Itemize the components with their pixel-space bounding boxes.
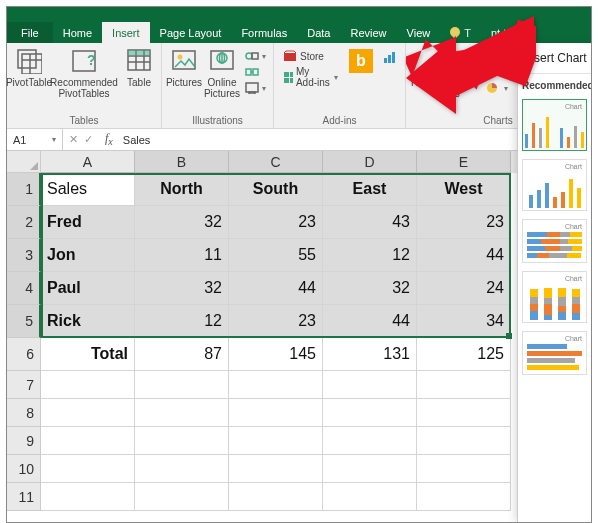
cell[interactable]: East [323,173,417,206]
cell[interactable] [323,427,417,455]
row-header[interactable]: 9 [7,427,41,455]
row-header[interactable]: 10 [7,455,41,483]
cell[interactable]: Total [41,338,135,371]
cancel-icon[interactable]: ✕ [69,133,78,146]
row-header[interactable]: 6 [7,338,41,371]
tab-formulas[interactable]: Formulas [231,22,297,43]
tab-tell-me[interactable]: T [440,22,481,43]
cell[interactable] [229,483,323,511]
chart-thumb-stacked-col[interactable]: Chart [522,271,587,323]
cell[interactable]: 125 [417,338,511,371]
cell[interactable] [135,371,229,399]
chart-thumb-hbar[interactable]: Chart [522,331,587,375]
chart-thumb-bar2[interactable]: Chart [522,159,587,211]
cell[interactable] [323,371,417,399]
cell[interactable] [417,427,511,455]
cell[interactable]: 145 [229,338,323,371]
tab-home[interactable]: Home [53,22,102,43]
col-header[interactable]: B [135,151,229,173]
cell[interactable] [41,371,135,399]
cell[interactable]: 44 [417,239,511,272]
row-header[interactable]: 5 [7,305,41,338]
cell[interactable] [41,455,135,483]
row-header[interactable]: 2 [7,206,41,239]
cell[interactable]: Sales [41,173,135,206]
tab-review[interactable]: Review [340,22,396,43]
cell[interactable] [229,399,323,427]
shapes-button[interactable]: ▾ [242,49,269,63]
cell[interactable]: 11 [135,239,229,272]
cell[interactable]: 23 [229,305,323,338]
cell[interactable]: 12 [135,305,229,338]
cell[interactable]: 23 [417,206,511,239]
screenshot-button[interactable]: ▾ [242,81,269,95]
worksheet-grid[interactable]: A B C D E 1 Sales North South East West … [7,151,591,511]
cell[interactable]: 12 [323,239,417,272]
store-button[interactable]: Store [280,49,341,63]
cell[interactable] [323,483,417,511]
recommended-pivottables-button[interactable]: ? Recommended PivotTables [49,45,119,101]
pictures-button[interactable]: Pictures [166,45,202,90]
cell[interactable]: Fred [41,206,135,239]
row-header[interactable]: 4 [7,272,41,305]
cell[interactable] [417,399,511,427]
cell[interactable]: 55 [229,239,323,272]
cell[interactable] [229,455,323,483]
cell[interactable]: 87 [135,338,229,371]
tab-insert[interactable]: Insert [102,22,150,43]
cell[interactable]: North [135,173,229,206]
row-header[interactable]: 11 [7,483,41,511]
col-header[interactable]: C [229,151,323,173]
cell[interactable]: 32 [135,206,229,239]
cell[interactable]: 32 [323,272,417,305]
name-box[interactable]: A1▾ [7,129,63,150]
cell[interactable] [417,455,511,483]
people-graph-button[interactable] [379,49,401,65]
cell[interactable] [229,427,323,455]
select-all-corner[interactable] [7,151,41,173]
cell[interactable]: West [417,173,511,206]
col-header[interactable]: A [41,151,135,173]
cell[interactable]: South [229,173,323,206]
cell[interactable] [41,483,135,511]
cell[interactable]: Rick [41,305,135,338]
cell[interactable] [41,399,135,427]
cell[interactable]: 43 [323,206,417,239]
cell[interactable]: 44 [229,272,323,305]
cell[interactable]: Paul [41,272,135,305]
chart-type-pie[interactable]: ▾ [482,81,511,95]
tab-data[interactable]: Data [297,22,340,43]
cell[interactable]: 24 [417,272,511,305]
cell[interactable]: 32 [135,272,229,305]
cell[interactable] [41,427,135,455]
cell[interactable] [135,455,229,483]
chart-thumb-stacked[interactable]: Chart [522,219,587,263]
fx-icon[interactable]: fx [99,131,119,147]
col-header[interactable]: D [323,151,417,173]
table-button[interactable]: Table [121,45,157,90]
cell[interactable]: Jon [41,239,135,272]
cell[interactable] [417,371,511,399]
tab-view[interactable]: View [397,22,441,43]
chart-type-bar[interactable]: ▾ [482,49,511,63]
cell[interactable]: 44 [323,305,417,338]
cell[interactable] [323,399,417,427]
cell[interactable] [229,371,323,399]
col-header[interactable]: E [417,151,511,173]
tab-page-layout[interactable]: Page Layout [150,22,232,43]
row-header[interactable]: 1 [7,173,41,206]
my-addins-button[interactable]: My Add-ins ▾ [280,65,341,89]
smartart-button[interactable] [242,65,269,79]
online-pictures-button[interactable]: Online Pictures [204,45,240,101]
row-header[interactable]: 8 [7,399,41,427]
cell[interactable]: 131 [323,338,417,371]
cell[interactable] [417,483,511,511]
cell[interactable] [323,455,417,483]
enter-icon[interactable]: ✓ [84,133,93,146]
row-header[interactable]: 7 [7,371,41,399]
cell[interactable] [135,427,229,455]
row-header[interactable]: 3 [7,239,41,272]
cell[interactable] [135,399,229,427]
tab-file[interactable]: File [7,22,53,43]
cell[interactable]: 34 [417,305,511,338]
